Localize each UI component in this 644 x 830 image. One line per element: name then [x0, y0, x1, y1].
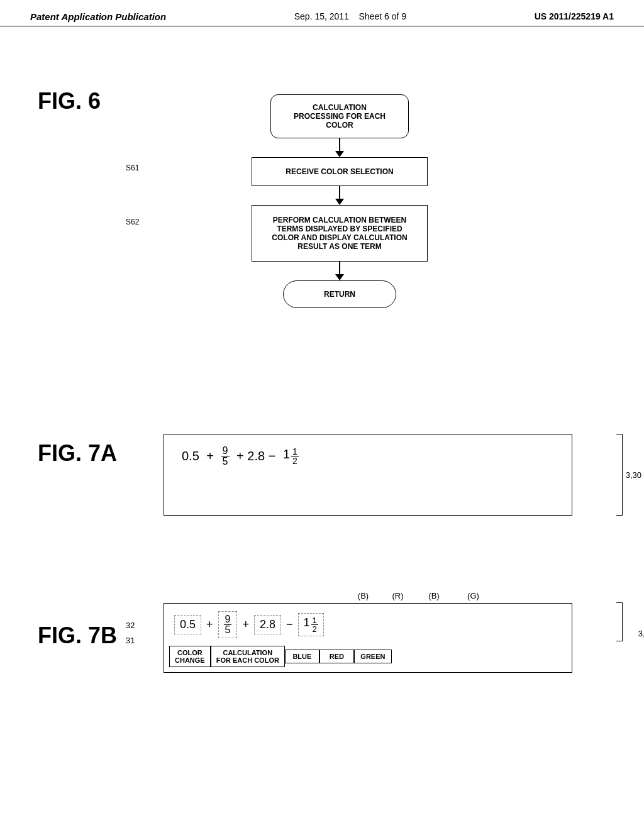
fig6-flowchart: CALCULATION PROCESSING FOR EACH COLOR S6…: [164, 94, 516, 308]
header-patent-number: US 2011/225219 A1: [535, 11, 614, 21]
term-2-8-box: 2.8: [254, 615, 281, 634]
fig7a-bracket: [616, 434, 623, 516]
term-0-5-box: 0.5: [174, 615, 201, 634]
op-plus-1: +: [205, 616, 214, 634]
page-header: Patent Application Publication Sep. 15, …: [0, 0, 644, 26]
fig7a-section: FIG. 7A 0.5 + 9 5 + 2.8 − 1 1 2 3,: [38, 434, 604, 516]
mixed-frac-den-7b: 2: [311, 625, 318, 633]
mixed-frac-den: 2: [291, 456, 299, 465]
fig6-label: FIG. 6: [38, 88, 101, 114]
mixed-num-7b: 1 1 2: [304, 616, 318, 633]
fc-return-box: RETURN: [283, 280, 396, 308]
calc-each-color-btn[interactable]: CALCULATION FOR EACH COLOR: [211, 646, 285, 667]
ref-32-label: 32: [126, 621, 135, 630]
color-labels-row: (B) (R) (B) (G): [346, 591, 604, 600]
arrow-line-2: [339, 186, 340, 199]
fc-s61-box: RECEIVE COLOR SELECTION: [252, 157, 428, 186]
arrow-head-2: [335, 199, 344, 205]
red-btn[interactable]: RED: [319, 650, 354, 663]
toolbar-row: COLOR CHANGE CALCULATION FOR EACH COLOR …: [169, 646, 567, 667]
color-change-btn[interactable]: COLOR CHANGE: [169, 646, 211, 667]
color-label-b2: (B): [415, 591, 453, 600]
term-mixed-box: 1 1 2: [298, 613, 324, 636]
fig7b-section: FIG. 7B (B) (R) (B) (G) 0.5 + 9 5: [38, 591, 604, 673]
term-0-5: 0.5: [182, 449, 199, 463]
header-sheet: Sheet 6 of 9: [359, 11, 407, 21]
fc-s61-text: RECEIVE COLOR SELECTION: [286, 167, 393, 176]
header-date: Sep. 15, 2011: [294, 11, 349, 21]
arrow-line-1: [339, 138, 340, 151]
frac-den-7b: 5: [224, 625, 232, 635]
fig7a-content: 0.5 + 9 5 + 2.8 − 1 1 2 3,30: [164, 434, 604, 516]
flowchart-col: CALCULATION PROCESSING FOR EACH COLOR S6…: [164, 94, 516, 308]
frac-numerator: 9: [221, 446, 230, 456]
header-publication-title: Patent Application Publication: [30, 11, 166, 22]
fig7a-ref: 3,30: [626, 470, 641, 480]
mixed-frac-num: 1: [291, 447, 299, 456]
s62-label: S62: [126, 218, 139, 226]
fig7b-label: FIG. 7B: [38, 622, 117, 649]
fig7b-display-box: 0.5 + 9 5 + 2.8 − 1 1: [164, 603, 572, 673]
frac-denominator: 5: [221, 456, 230, 467]
color-label-r: (R): [380, 591, 415, 600]
fig7b-expression: 0.5 + 9 5 + 2.8 − 1 1: [169, 609, 567, 641]
green-btn[interactable]: GREEN: [354, 650, 392, 663]
s62-wrapper: S62 PERFORM CALCULATION BETWEEN TERMS DI…: [164, 205, 516, 262]
fc-title-text: CALCULATION PROCESSING FOR EACH COLOR: [294, 103, 386, 130]
frac-num-7b: 9: [224, 614, 232, 625]
s61-label: S61: [126, 163, 139, 172]
term-frac-box: 9 5: [218, 611, 238, 638]
op-plus-2: +: [241, 616, 250, 634]
s61-wrapper: S61 RECEIVE COLOR SELECTION: [164, 157, 516, 186]
fig7a-label: FIG. 7A: [38, 440, 117, 467]
frac-9-5-7b: 9 5: [224, 614, 232, 635]
color-label-g: (G): [453, 591, 494, 600]
header-date-sheet: Sep. 15, 2011 Sheet 6 of 9: [294, 11, 406, 21]
mixed-frac-num-7b: 1: [311, 616, 318, 625]
mixed-1: 1 1 2: [283, 447, 299, 465]
fc-s62-text: PERFORM CALCULATION BETWEEN TERMS DISPLA…: [272, 216, 407, 251]
fig7b-content: (B) (R) (B) (G) 0.5 + 9 5 + 2.8: [164, 591, 604, 673]
plus-1: +: [203, 449, 218, 463]
ref-31-label: 31: [126, 636, 135, 645]
fig7b-ref-main: 3,30: [638, 629, 644, 638]
arrow-head-1: [335, 151, 344, 157]
fig7a-display-box: 0.5 + 9 5 + 2.8 − 1 1 2: [164, 434, 572, 516]
plus-2: + 2.8 −: [233, 449, 279, 463]
color-label-b1: (B): [346, 591, 380, 600]
blue-btn[interactable]: BLUE: [285, 650, 319, 663]
fig7a-expression: 0.5 + 9 5 + 2.8 − 1 1 2: [177, 442, 559, 470]
arrow-head-3: [335, 274, 344, 280]
frac-9-5: 9 5: [221, 446, 230, 467]
fc-title-box: CALCULATION PROCESSING FOR EACH COLOR: [270, 94, 409, 138]
fig7b-bracket-main: [616, 602, 623, 641]
arrow-line-3: [339, 262, 340, 274]
fc-s62-box: PERFORM CALCULATION BETWEEN TERMS DISPLA…: [252, 205, 428, 262]
fc-return-text: RETURN: [324, 290, 355, 299]
op-minus: −: [285, 616, 294, 634]
